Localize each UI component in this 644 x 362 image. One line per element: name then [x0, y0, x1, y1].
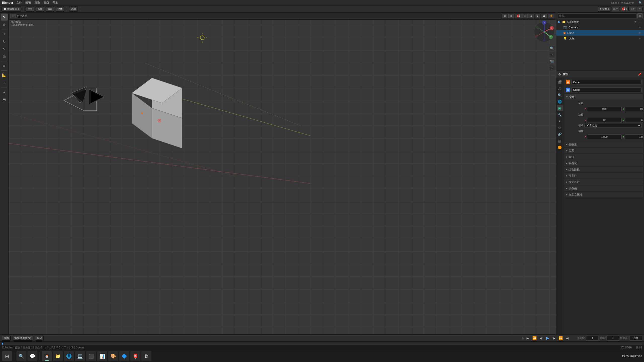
taskbar-app5[interactable]: 📊 — [97, 351, 107, 361]
viewport-shading-solid[interactable]: ⬚ — [10, 14, 16, 18]
outliner-item-cube[interactable]: ▣ Cube 👁 — [556, 30, 644, 36]
taskbar-cortana[interactable]: 💬 — [27, 351, 37, 361]
annotation[interactable]: ✏ — [637, 7, 642, 11]
taskbar-file-explorer[interactable]: 📁 — [53, 351, 63, 361]
end-frame-input[interactable] — [629, 336, 642, 341]
obj-name-input[interactable] — [571, 80, 641, 84]
menu-render[interactable]: 渲染 — [34, 1, 40, 5]
outliner-item-collection[interactable]: ▶ 📁 Collection 👁 ↓ — [556, 19, 644, 25]
prev-frame-btn[interactable]: ◀ — [538, 335, 544, 341]
scale-x-input[interactable] — [587, 134, 622, 139]
extrude-tool[interactable]: ▲ — [1, 88, 8, 96]
props-tab-data[interactable]: ▤ — [557, 138, 563, 144]
visibility-section[interactable]: ▶ 可见性 — [564, 173, 643, 178]
snap-mode[interactable]: 🧲 ▾ — [620, 7, 629, 11]
add-menu[interactable]: 添加 — [46, 7, 54, 12]
timeline-markers-btn[interactable]: 标记 — [35, 336, 44, 341]
snap-btn[interactable]: 🧲 — [515, 14, 521, 18]
overlay-btn[interactable]: ⧉ — [502, 14, 507, 18]
outliner-item-light[interactable]: 💡 Light 👁 — [556, 36, 644, 41]
material-shading[interactable]: ◕ — [541, 14, 547, 18]
outliner-filter-mode[interactable]: ≡ — [637, 13, 642, 18]
scale-y-input[interactable] — [625, 134, 643, 139]
menu-file[interactable]: 文件 — [16, 1, 22, 5]
cube-eye-btn[interactable]: 👁 — [638, 31, 642, 35]
light-eye-btn[interactable]: 👁 — [638, 36, 642, 40]
transform-header[interactable]: ▼ 变换 — [564, 94, 643, 100]
loc-x-input[interactable] — [587, 107, 622, 111]
outliner-search-input[interactable] — [558, 13, 636, 18]
menu-edit[interactable]: 编辑 — [25, 1, 31, 5]
collections-section[interactable]: ▶ 集合 — [564, 154, 643, 160]
timeline-playback-btn[interactable]: 播放(逐帧播放) — [13, 336, 33, 341]
next-frame-btn[interactable]: ▶ — [551, 335, 557, 341]
viewport-display-section[interactable]: ▶ 视觉显示 — [564, 179, 643, 185]
props-pin-btn[interactable]: 📌 — [637, 72, 642, 77]
taskbar-chrome[interactable]: 🌐 — [64, 351, 74, 361]
menu-help[interactable]: 帮助 — [53, 1, 58, 5]
select-menu[interactable]: 选择 — [36, 7, 44, 12]
options-menu[interactable]: 选项 — [69, 7, 78, 12]
props-tab-constraints[interactable]: 🔗 — [557, 131, 563, 137]
props-tab-view[interactable]: 🔍 — [557, 92, 563, 98]
props-tab-modifier[interactable]: 🔧 — [557, 112, 563, 118]
obj-data-input[interactable] — [571, 87, 641, 92]
rot-x-input[interactable] — [587, 118, 622, 122]
xray-btn[interactable]: ◈ — [529, 14, 534, 18]
taskbar-start-btn[interactable]: ⊞ — [2, 351, 12, 361]
transform-tool[interactable]: ⊞ — [1, 53, 8, 60]
skip-start-btn[interactable]: ⏮ — [525, 335, 531, 341]
camera-eye-btn[interactable]: 👁 — [638, 25, 642, 29]
fly-btn[interactable]: ✈ — [549, 52, 555, 58]
props-tab-render[interactable]: 🎬 — [557, 79, 563, 85]
inset-tool[interactable]: ⬒ — [1, 96, 8, 103]
timeline-view-btn[interactable]: 视图 — [2, 336, 11, 341]
taskbar-terminal[interactable]: ⬛ — [86, 351, 96, 361]
skip-end-btn[interactable]: ⏭ — [565, 335, 570, 341]
rot-y-input[interactable] — [625, 118, 643, 122]
play-btn[interactable]: ▶ — [545, 335, 550, 341]
collection-btn[interactable]: ⊞ — [549, 65, 555, 71]
gizmo-btn[interactable]: ⊕ — [508, 14, 514, 18]
relations-section[interactable]: ▶ 关系 — [564, 148, 643, 153]
lineart-section[interactable]: ▶ 线条画 — [564, 186, 643, 191]
annotate-tool[interactable]: // — [1, 62, 8, 69]
props-tab-physics[interactable]: ⚗ — [557, 125, 563, 131]
add-tool[interactable]: + — [1, 79, 8, 86]
loc-y-input[interactable] — [625, 107, 643, 111]
measure-tool[interactable]: 📐 — [1, 72, 8, 79]
cursor-tool[interactable]: ⊕ — [1, 21, 8, 28]
zoom-in-btn[interactable]: 🔍 — [549, 45, 555, 51]
taskbar-app8[interactable]: 📮 — [130, 351, 140, 361]
props-tab-material[interactable]: 🟠 — [557, 144, 563, 150]
taskbar-vscode[interactable]: 💻 — [75, 351, 85, 361]
nav-gizmo[interactable]: X Y Z — [533, 21, 553, 41]
props-tab-object[interactable]: ▣ — [557, 105, 563, 111]
rotate-tool[interactable]: ↻ — [1, 38, 8, 45]
select-tool[interactable]: ↖ — [1, 14, 8, 21]
mode-selector[interactable]: 🔲 物体模式 ▾ — [2, 7, 21, 12]
view-menu[interactable]: 视图 — [26, 7, 34, 12]
move-tool[interactable]: ✛ — [1, 30, 8, 37]
start-frame-input[interactable] — [607, 336, 619, 341]
delta-section[interactable]: ▶ 变换量 — [564, 142, 643, 147]
props-tab-particles[interactable]: ✦ — [557, 118, 563, 124]
outliner-item-camera[interactable]: 📷 Camera 👁 — [556, 25, 644, 30]
custom-props-section[interactable]: ▶ 自定义属性 — [564, 192, 643, 197]
rotation-mode-select[interactable]: XYZ 欧拉 XZY 欧拉 四元数 — [584, 123, 641, 128]
solid-shading[interactable]: ● — [535, 14, 540, 18]
next-keyframe-btn[interactable]: ⏩ — [558, 335, 564, 341]
taskbar-search[interactable]: 🔍 — [16, 351, 26, 361]
taskbar-app6[interactable]: 🎨 — [108, 351, 118, 361]
collection-hide-btn[interactable]: ↓ — [638, 20, 642, 24]
current-frame-input[interactable] — [586, 336, 599, 341]
prev-keyframe-btn[interactable]: ⏪ — [532, 335, 537, 341]
taskbar-app7[interactable]: 🔷 — [119, 351, 129, 361]
taskbar-blender[interactable] — [42, 351, 52, 361]
props-tab-output[interactable]: 🖨 — [557, 85, 563, 92]
instancing-section[interactable]: ▶ 实例化 — [564, 160, 643, 166]
scale-tool[interactable]: ⤡ — [1, 46, 8, 53]
props-tab-scene[interactable]: 🌐 — [557, 99, 563, 105]
render-shading[interactable]: 🔆 — [548, 14, 554, 18]
taskbar-app9[interactable]: 🗑 — [141, 351, 151, 361]
